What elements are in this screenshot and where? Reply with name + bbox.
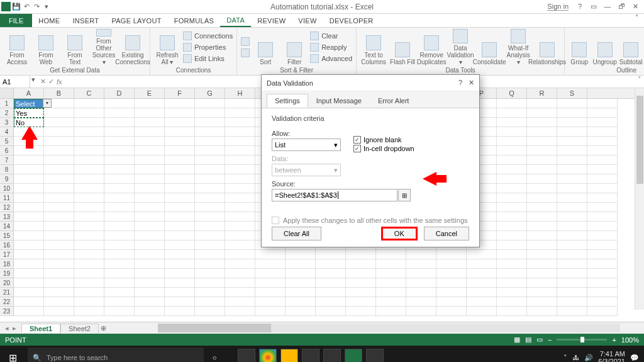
- cell[interactable]: [104, 212, 135, 222]
- cell[interactable]: [376, 278, 406, 288]
- cell[interactable]: [195, 193, 225, 203]
- cell[interactable]: [527, 118, 557, 127]
- cell[interactable]: [225, 259, 255, 269]
- cell[interactable]: [436, 269, 467, 278]
- cell[interactable]: [557, 231, 587, 240]
- cell[interactable]: [497, 212, 527, 222]
- cell[interactable]: [74, 222, 104, 231]
- cell[interactable]: [497, 250, 527, 259]
- cell[interactable]: [44, 137, 74, 146]
- cell[interactable]: [195, 250, 225, 259]
- cell[interactable]: [436, 307, 467, 316]
- cell[interactable]: [165, 231, 195, 240]
- cell[interactable]: [406, 259, 436, 269]
- cell[interactable]: [527, 108, 557, 118]
- cell[interactable]: [497, 184, 527, 193]
- cell[interactable]: [74, 146, 104, 156]
- view-normal-icon[interactable]: ▦: [514, 336, 520, 344]
- cell[interactable]: [195, 307, 225, 316]
- cell[interactable]: [255, 269, 286, 278]
- sort-az-button[interactable]: [241, 37, 250, 47]
- cell[interactable]: [135, 250, 165, 259]
- cell[interactable]: [195, 118, 225, 127]
- consolidate-button[interactable]: Consolidate: [476, 29, 502, 65]
- cell[interactable]: [527, 146, 557, 156]
- sheet-tab-1[interactable]: Sheet1: [21, 324, 60, 333]
- row-header[interactable]: 7: [0, 156, 14, 165]
- col-header[interactable]: Q: [497, 88, 527, 98]
- cell[interactable]: [165, 146, 195, 156]
- cell[interactable]: [104, 156, 135, 165]
- cell[interactable]: [316, 297, 346, 307]
- cell[interactable]: [44, 222, 74, 231]
- cell[interactable]: [135, 118, 165, 127]
- data-validation-button[interactable]: Data Validation ▾: [447, 29, 474, 65]
- cell[interactable]: [557, 174, 587, 184]
- cell[interactable]: [225, 203, 255, 212]
- cell[interactable]: [225, 137, 255, 146]
- cell[interactable]: [104, 231, 135, 240]
- remove-duplicates-button[interactable]: Remove Duplicates: [418, 29, 445, 65]
- cell[interactable]: [135, 146, 165, 156]
- cell[interactable]: [225, 118, 255, 127]
- qat-customize-icon[interactable]: ▾: [42, 3, 51, 11]
- cell[interactable]: [587, 269, 618, 278]
- cortana-icon[interactable]: ○: [204, 354, 225, 361]
- cell[interactable]: [436, 278, 467, 288]
- fx-icon[interactable]: fx: [57, 78, 62, 86]
- cell[interactable]: [195, 127, 225, 137]
- cell[interactable]: [135, 288, 165, 297]
- zoom-out-icon[interactable]: −: [548, 336, 552, 344]
- col-header[interactable]: D: [104, 88, 135, 98]
- cell[interactable]: [406, 297, 436, 307]
- cell[interactable]: [195, 156, 225, 165]
- cell[interactable]: [14, 259, 44, 269]
- cell[interactable]: [436, 250, 467, 259]
- cell[interactable]: [74, 278, 104, 288]
- cell[interactable]: [195, 137, 225, 146]
- cell[interactable]: [165, 250, 195, 259]
- cell[interactable]: [376, 259, 406, 269]
- cell[interactable]: [74, 231, 104, 240]
- help-icon[interactable]: ?: [574, 3, 586, 11]
- cell[interactable]: [587, 212, 618, 222]
- horizontal-scrollbar[interactable]: [147, 324, 631, 332]
- cell[interactable]: [467, 259, 497, 269]
- cell[interactable]: [286, 288, 316, 297]
- cell[interactable]: [587, 118, 618, 127]
- cell[interactable]: [195, 259, 225, 269]
- cell[interactable]: [436, 297, 467, 307]
- cell[interactable]: [497, 137, 527, 146]
- cell[interactable]: [527, 203, 557, 212]
- cell[interactable]: [44, 193, 74, 203]
- cell[interactable]: [225, 297, 255, 307]
- cell[interactable]: [346, 288, 376, 297]
- col-header[interactable]: H: [225, 88, 255, 98]
- cell[interactable]: [74, 193, 104, 203]
- cell[interactable]: [135, 240, 165, 250]
- cell[interactable]: [527, 288, 557, 297]
- cell[interactable]: [74, 240, 104, 250]
- dialog-help-icon[interactable]: ?: [458, 79, 462, 87]
- cell[interactable]: [44, 108, 74, 118]
- cell[interactable]: [104, 165, 135, 174]
- cell[interactable]: [225, 269, 255, 278]
- cell[interactable]: [104, 203, 135, 212]
- cell[interactable]: [165, 99, 195, 108]
- cell[interactable]: [497, 278, 527, 288]
- cell[interactable]: [135, 269, 165, 278]
- cell[interactable]: [44, 184, 74, 193]
- cell[interactable]: [316, 250, 346, 259]
- tray-network-icon[interactable]: 🖧: [572, 354, 579, 361]
- cell[interactable]: [195, 222, 225, 231]
- start-icon[interactable]: ⊞: [0, 352, 25, 363]
- view-page-layout-icon[interactable]: ▤: [525, 336, 531, 344]
- cell[interactable]: [44, 127, 74, 137]
- cell[interactable]: [225, 222, 255, 231]
- cell[interactable]: [195, 288, 225, 297]
- row-header[interactable]: 2: [0, 108, 14, 118]
- cell[interactable]: [165, 137, 195, 146]
- cell[interactable]: [286, 269, 316, 278]
- cell[interactable]: [135, 156, 165, 165]
- cell[interactable]: [346, 250, 376, 259]
